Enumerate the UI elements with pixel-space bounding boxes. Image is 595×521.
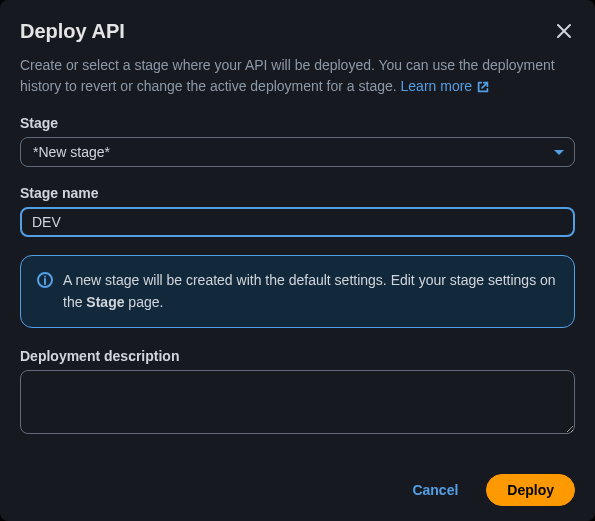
modal-title: Deploy API xyxy=(20,20,125,43)
description-field-group: Deployment description xyxy=(0,348,595,456)
alert-text-bold: Stage xyxy=(86,294,124,310)
close-icon xyxy=(555,22,573,40)
deploy-api-modal: Deploy API Create or select a stage wher… xyxy=(0,0,595,521)
modal-description: Create or select a stage where your API … xyxy=(0,55,595,115)
svg-point-4 xyxy=(44,276,46,278)
stage-label: Stage xyxy=(20,115,575,131)
learn-more-text: Learn more xyxy=(401,76,473,97)
learn-more-link[interactable]: Learn more xyxy=(401,76,491,97)
modal-footer: Cancel Deploy xyxy=(0,456,595,521)
info-alert-text: A new stage will be created with the def… xyxy=(63,270,558,313)
external-link-icon xyxy=(476,80,490,94)
deploy-button[interactable]: Deploy xyxy=(486,474,575,506)
description-textarea[interactable] xyxy=(20,370,575,434)
stage-select-wrapper: *New stage* xyxy=(20,137,575,167)
close-button[interactable] xyxy=(553,20,575,42)
stage-selected-value: *New stage* xyxy=(33,144,110,160)
stage-select[interactable]: *New stage* xyxy=(20,137,575,167)
stage-name-input[interactable] xyxy=(20,207,575,237)
alert-text-post: page. xyxy=(124,294,163,310)
cancel-button[interactable]: Cancel xyxy=(394,474,476,506)
modal-header: Deploy API xyxy=(0,0,595,55)
stage-name-field-group: Stage name xyxy=(0,185,595,255)
stage-field-group: Stage *New stage* xyxy=(0,115,595,185)
info-alert: A new stage will be created with the def… xyxy=(20,255,575,328)
description-label: Deployment description xyxy=(20,348,575,364)
info-icon xyxy=(37,272,53,292)
stage-name-label: Stage name xyxy=(20,185,575,201)
